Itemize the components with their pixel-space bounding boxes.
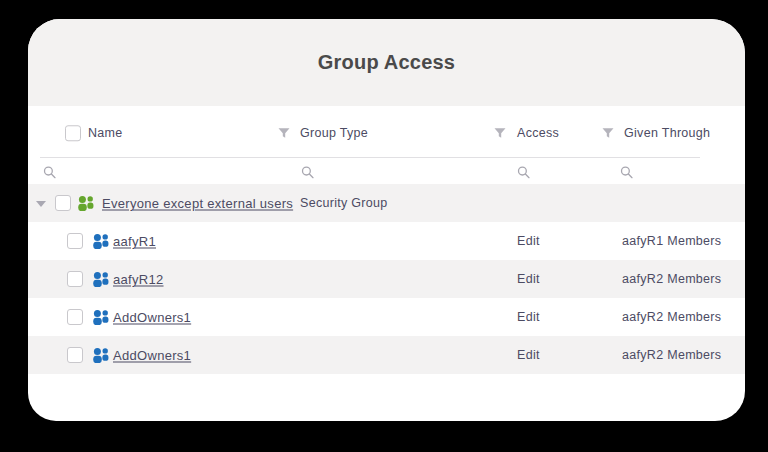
column-header-access[interactable]: Access xyxy=(517,126,559,140)
given-through-cell: aafyR2 Members xyxy=(622,348,721,362)
column-header-group-type[interactable]: Group Type xyxy=(300,126,368,140)
filter-icon[interactable] xyxy=(602,127,614,139)
table-row[interactable]: aafyR12 Edit aafyR2 Members xyxy=(28,260,745,298)
people-icon-green xyxy=(76,195,94,211)
access-cell: Edit xyxy=(517,234,540,248)
row-checkbox[interactable] xyxy=(67,271,83,287)
group-name-link[interactable]: aafyR12 xyxy=(113,272,164,287)
group-name-link[interactable]: AddOwners1 xyxy=(113,310,191,325)
column-header-given-through[interactable]: Given Through xyxy=(624,126,710,140)
filter-icon[interactable] xyxy=(278,127,290,139)
row-checkbox[interactable] xyxy=(55,195,71,211)
page-title: Group Access xyxy=(318,51,455,74)
select-all-checkbox[interactable] xyxy=(65,125,81,141)
table-row[interactable]: AddOwners1 Edit aafyR2 Members xyxy=(28,336,745,374)
screen: { "title": "Group Access", "colors": { "… xyxy=(0,0,768,452)
group-name-link[interactable]: AddOwners1 xyxy=(113,348,191,363)
search-icon[interactable] xyxy=(301,166,315,180)
access-cell: Edit xyxy=(517,272,540,286)
access-cell: Edit xyxy=(517,348,540,362)
table-body: Everyone except external users Security … xyxy=(28,184,745,374)
search-icon[interactable] xyxy=(620,166,634,180)
search-icon[interactable] xyxy=(43,166,57,180)
chevron-down-icon[interactable] xyxy=(36,201,46,207)
table-row[interactable]: aafyR1 Edit aafyR1 Members xyxy=(28,222,745,260)
people-icon-blue xyxy=(91,233,109,249)
group-name-link[interactable]: aafyR1 xyxy=(113,234,156,249)
group-name-link[interactable]: Everyone except external users xyxy=(102,196,293,211)
people-icon-blue xyxy=(91,271,109,287)
group-access-panel: Group Access Name Group Type Access Give… xyxy=(28,19,745,421)
people-icon-blue xyxy=(91,347,109,363)
row-checkbox[interactable] xyxy=(67,309,83,325)
people-icon-blue xyxy=(91,309,109,325)
table-row[interactable]: AddOwners1 Edit aafyR2 Members xyxy=(28,298,745,336)
table-row[interactable]: Everyone except external users Security … xyxy=(28,184,745,222)
given-through-cell: aafyR2 Members xyxy=(622,310,721,324)
column-header-name[interactable]: Name xyxy=(88,126,123,140)
access-cell: Edit xyxy=(517,310,540,324)
given-through-cell: aafyR1 Members xyxy=(622,234,721,248)
panel-header: Group Access xyxy=(28,19,745,106)
table-header-row: Name Group Type Access Given Through xyxy=(28,106,745,158)
row-checkbox[interactable] xyxy=(67,233,83,249)
search-icon[interactable] xyxy=(517,166,531,180)
given-through-cell: aafyR2 Members xyxy=(622,272,721,286)
filter-icon[interactable] xyxy=(494,127,506,139)
column-search-row xyxy=(28,158,745,184)
group-type-cell: Security Group xyxy=(300,196,388,210)
row-checkbox[interactable] xyxy=(67,347,83,363)
